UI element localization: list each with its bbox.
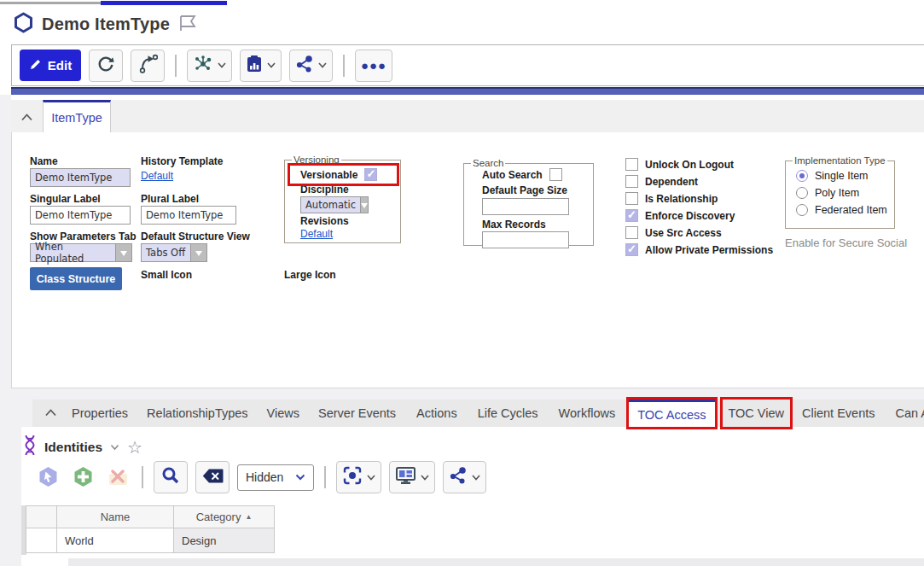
share-button[interactable]: [289, 50, 333, 82]
column-header-category[interactable]: Category▲: [174, 505, 275, 528]
federated-item-radio[interactable]: [796, 204, 808, 216]
focus-button[interactable]: [336, 461, 381, 493]
auto-search-option: Auto Search: [482, 168, 562, 181]
pencil-icon: [29, 58, 42, 73]
default-page-size-field[interactable]: [482, 198, 569, 215]
hidden-filter-select[interactable]: Hidden: [237, 464, 314, 491]
clipboard-chart-icon: [246, 55, 263, 77]
history-template-link[interactable]: Default: [141, 170, 173, 182]
delete-row-icon[interactable]: [104, 463, 131, 492]
flag-icon[interactable]: [178, 15, 197, 35]
default-structure-view-value: Tabs Off: [142, 244, 190, 261]
dependent-checkbox[interactable]: [625, 175, 638, 188]
plural-label-field[interactable]: Demo ItemType: [141, 206, 236, 225]
reports-button[interactable]: [240, 50, 282, 82]
horizontal-scrollbar[interactable]: [68, 558, 924, 566]
single-item-radio[interactable]: [796, 170, 808, 182]
tab-toc-access[interactable]: TOC Access: [629, 400, 714, 427]
unlock-on-logout-checkbox[interactable]: [625, 158, 638, 171]
dropdown-arrow-icon[interactable]: [190, 244, 206, 261]
relationship-tab-strip: Properties RelationshipTypes Views Serve…: [32, 400, 924, 427]
more-actions-button[interactable]: ●●●: [355, 50, 392, 82]
grid-header-row: Name Category▲: [26, 505, 275, 528]
display-monitor-icon: [395, 466, 416, 489]
tab-server-events[interactable]: Server Events: [318, 406, 396, 420]
secure-social-label: Enable for Secure Social: [785, 236, 907, 249]
large-icon-label: Large Icon: [284, 269, 336, 281]
discipline-value: Automatic: [301, 197, 360, 213]
edit-button[interactable]: Edit: [20, 50, 81, 81]
name-label: Name: [30, 155, 58, 167]
dropdown-arrow-icon[interactable]: [360, 197, 368, 213]
run-search-button[interactable]: [154, 461, 188, 493]
default-structure-view-select[interactable]: Tabs Off: [141, 243, 207, 262]
show-parameters-tab-select[interactable]: When Populated: [30, 243, 132, 262]
tab-itemtype[interactable]: ItemType: [43, 100, 111, 132]
toolbar-separator: [343, 55, 345, 77]
dropdown-arrow-icon[interactable]: [115, 244, 131, 261]
structure-button[interactable]: [187, 50, 232, 82]
hidden-filter-value: Hidden: [246, 470, 283, 484]
grid-share-button[interactable]: [443, 461, 486, 493]
allow-private-permissions-checkbox[interactable]: [625, 243, 638, 256]
option-row: Enforce Discovery: [625, 209, 735, 222]
add-row-icon[interactable]: [69, 463, 96, 492]
radio-row: Single Item: [796, 170, 869, 182]
clear-backspace-icon: [202, 469, 224, 487]
identities-header: Identities ☆: [23, 435, 142, 459]
accent-bar: [11, 87, 924, 95]
chevron-down-icon: [421, 475, 429, 481]
revisions-label: Revisions: [300, 215, 349, 227]
layout-view-button[interactable]: [389, 461, 435, 493]
tab-workflows[interactable]: Workflows: [559, 406, 616, 420]
dependent-label: Dependent: [645, 176, 698, 188]
clear-search-button[interactable]: [195, 461, 230, 493]
radio-row: Poly Item: [796, 187, 859, 199]
collapse-chevron-icon[interactable]: [20, 110, 33, 125]
is-relationship-label: Is Relationship: [645, 193, 718, 205]
toolbar-separator: [142, 466, 143, 488]
option-row: Is Relationship: [625, 192, 718, 205]
is-relationship-checkbox[interactable]: [625, 192, 638, 205]
tab-relationshiptypes[interactable]: RelationshipTypes: [147, 406, 248, 420]
implementation-type-legend: Implementation Type: [793, 155, 887, 166]
auto-search-checkbox[interactable]: [549, 168, 562, 181]
grid-toolbar: Hidden: [34, 461, 486, 493]
refresh-icon: [96, 55, 115, 77]
tab-actions[interactable]: Actions: [416, 406, 457, 420]
identities-dna-icon: [23, 435, 37, 459]
collapse-chevron-icon[interactable]: [44, 406, 57, 421]
poly-item-radio[interactable]: [796, 187, 808, 199]
chevron-down-icon: [318, 62, 327, 68]
federated-item-label: Federated Item: [815, 204, 887, 216]
sort-asc-icon: ▲: [245, 513, 252, 521]
select-item-icon[interactable]: [34, 463, 61, 492]
tab-views[interactable]: Views: [267, 406, 299, 420]
option-row: Allow Private Permissions: [625, 243, 773, 256]
class-structure-button[interactable]: Class Structure: [30, 267, 122, 290]
max-records-field[interactable]: [482, 231, 569, 248]
max-records-label: Max Records: [482, 219, 546, 230]
discipline-select[interactable]: Automatic: [300, 196, 369, 213]
use-src-access-checkbox[interactable]: [625, 226, 638, 239]
search-icon: [161, 466, 180, 488]
favorite-star-icon[interactable]: ☆: [127, 441, 142, 454]
singular-label-field[interactable]: Demo ItemType: [30, 206, 131, 225]
tab-life-cycles[interactable]: Life Cycles: [478, 406, 538, 420]
column-header-name[interactable]: Name: [57, 505, 174, 528]
tab-properties[interactable]: Properties: [72, 406, 128, 420]
promote-button[interactable]: [131, 50, 165, 82]
refresh-button[interactable]: [89, 50, 123, 82]
allow-private-permissions-label: Allow Private Permissions: [645, 244, 773, 256]
page-background: [0, 95, 11, 388]
name-field[interactable]: Demo ItemType: [30, 168, 131, 187]
tab-can-add[interactable]: Can Add: [895, 406, 924, 420]
row-selector-cell[interactable]: [26, 528, 57, 553]
chevron-down-icon: [267, 62, 276, 68]
chevron-down-icon[interactable]: [110, 444, 119, 451]
table-row[interactable]: World Design: [26, 528, 275, 553]
tab-client-events[interactable]: Client Events: [802, 406, 875, 420]
tab-toc-view[interactable]: TOC View: [723, 400, 791, 427]
enforce-discovery-checkbox[interactable]: [625, 209, 638, 222]
revisions-link[interactable]: Default: [300, 228, 333, 240]
